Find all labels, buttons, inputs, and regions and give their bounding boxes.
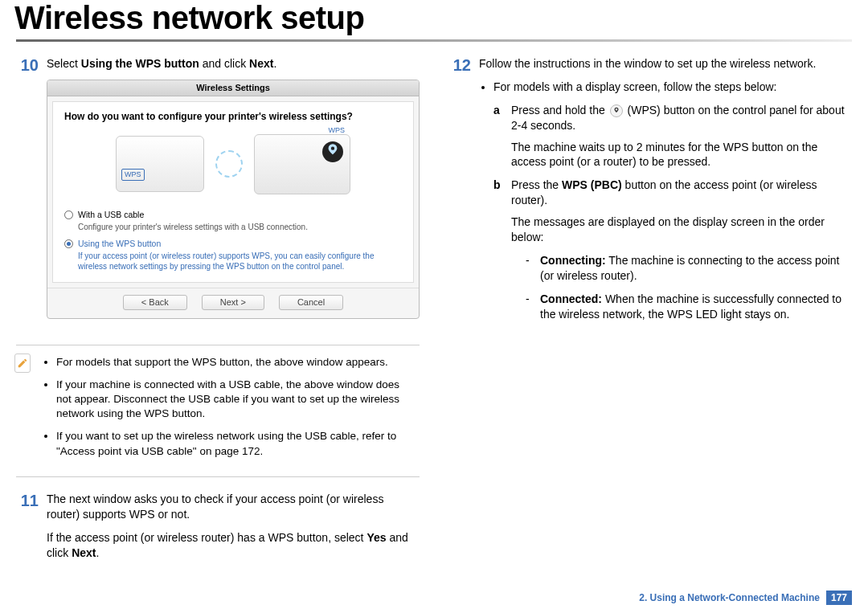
step-10-text: Select Using the WPS button and click Ne… [47, 56, 420, 72]
note-box: For models that support the WPS button, … [16, 345, 420, 477]
step-number: 10 [16, 56, 39, 333]
back-button[interactable]: < Back [123, 295, 187, 310]
substep-b-note: The messages are displayed on the displa… [511, 215, 852, 245]
option-usb-label: With a USB cable [78, 209, 144, 220]
substep-a-note: The machine waits up to 2 minutes for th… [511, 140, 852, 170]
dialog-screenshot: Wireless Settings How do you want to con… [47, 80, 420, 319]
step-12: 12 Follow the instructions in the window… [448, 56, 852, 329]
printer-illustration: WPS [254, 134, 350, 194]
wps-label: WPS [328, 125, 345, 135]
dialog-question: How do you want to configure your printe… [64, 110, 402, 123]
dialog-titlebar: Wireless Settings [47, 80, 419, 96]
step-11-p1: The next window asks you to check if you… [47, 492, 420, 522]
radio-icon [64, 210, 73, 219]
option-usb[interactable]: With a USB cable [64, 209, 402, 220]
step-11-p2: If the access point (or wireless router)… [47, 530, 420, 561]
wps-inline-icon [610, 104, 623, 117]
note-icon [14, 353, 31, 373]
sync-arrows-icon [215, 150, 243, 178]
step-12-p1: Follow the instructions in the window to… [479, 56, 852, 72]
left-column: 10 Select Using the WPS button and click… [16, 56, 420, 579]
status-connected: - Connected: When the machine is success… [526, 292, 852, 322]
note-bullet-3: If you want to set up the wireless netwo… [56, 429, 415, 458]
step-number: 12 [448, 56, 471, 329]
option-wps[interactable]: Using the WPS button [64, 238, 402, 249]
wps-button-icon [322, 141, 343, 162]
radio-selected-icon [64, 239, 73, 248]
substep-b: b Press the WPS (PBC) button on the acce… [493, 178, 852, 208]
option-wps-label: Using the WPS button [78, 238, 161, 249]
page-number: 177 [826, 591, 852, 605]
chapter-label: 2. Using a Network-Connected Machine [639, 592, 820, 603]
page-title: Wireless network setup [14, 0, 868, 36]
router-illustration [116, 136, 204, 192]
substep-a: a Press and hold the (WPS) button on the… [493, 103, 852, 133]
note-bullet-1: For models that support the WPS button, … [56, 355, 415, 370]
page-footer: 2. Using a Network-Connected Machine 177 [639, 591, 852, 605]
cancel-button[interactable]: Cancel [279, 295, 343, 310]
dialog-illustration: WPS [64, 129, 402, 204]
status-connecting: - Connecting: The machine is connecting … [526, 253, 852, 284]
step-10: 10 Select Using the WPS button and click… [16, 56, 420, 333]
step-11: 11 The next window asks you to check if … [16, 492, 420, 569]
title-rule [16, 39, 852, 42]
step-12-bullet: For models with a display screen, follow… [493, 80, 852, 322]
next-button[interactable]: Next > [202, 295, 264, 310]
option-usb-desc: Configure your printer's wireless settin… [78, 222, 402, 233]
note-bullet-2: If your machine is connected with a USB … [56, 378, 415, 422]
step-number: 11 [16, 492, 39, 569]
right-column: 12 Follow the instructions in the window… [448, 56, 852, 579]
option-wps-desc: If your access point (or wireless router… [78, 251, 402, 272]
